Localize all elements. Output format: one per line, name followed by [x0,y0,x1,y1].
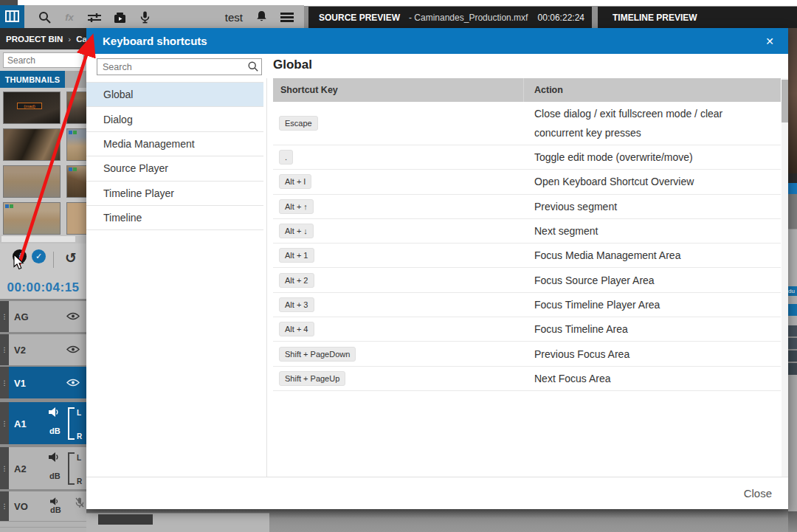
export-media-button[interactable] [107,5,132,30]
table-row[interactable]: Escape Close dialog / exit fullscreen mo… [273,102,781,145]
db-label[interactable]: dB [50,505,61,514]
table-row[interactable]: Shift + PageUp Next Focus Area [273,367,781,391]
bin-horizontal-scrollbar[interactable] [0,235,86,243]
table-row[interactable]: Shift + PageDown Previous Focus Area [273,342,781,366]
track-header-vo[interactable]: ⋮ VO dB [0,491,86,521]
close-button[interactable]: Close [744,487,772,500]
track-header-v1[interactable]: ⋮ V1 [0,367,86,398]
source-preview-bar: SOURCE PREVIEW - Caminandes_Production.m… [308,7,592,28]
thumbnail-item[interactable] [66,165,86,198]
table-row[interactable]: Alt + I Open Keyboard Shortcut Overview [273,170,781,194]
track-header-a2[interactable]: ⋮ A2 dB L R [0,447,86,489]
table-row[interactable]: . Toggle edit mode (overwrite/move) [273,145,781,170]
nav-item-timeline[interactable]: Timeline [86,206,263,230]
mic-muted-icon[interactable] [75,497,84,511]
table-row[interactable]: Alt + 3 Focus Timeline Player Area [273,293,781,317]
thumbnail-item[interactable] [66,91,86,124]
track-drag-handle[interactable]: ⋮ [0,301,9,332]
thumbnail-item[interactable] [66,128,86,161]
search-button[interactable] [32,5,57,30]
content-divider [266,78,267,477]
table-row[interactable]: Alt + 2 Focus Source Player Area [273,268,781,292]
right-edge-underlying-ui: du [788,28,797,532]
eye-icon[interactable] [66,376,80,390]
info-button[interactable]: i [13,249,27,263]
panel-layout-button[interactable] [0,5,24,30]
track-drag-handle[interactable]: ⋮ [0,447,9,489]
shortcut-table: Shortcut Key Action Escape Close dialog … [273,78,781,391]
track-header-v2[interactable]: ⋮ V2 [0,334,86,365]
track-label: V2 [14,345,26,356]
shortcut-action: Focus Timeline Player Area [524,293,781,317]
track-header-a1[interactable]: ⋮ A1 dB L R [0,402,86,444]
track-label: A1 [14,418,27,429]
nav-item-timeline-player[interactable]: Timeline Player [86,182,263,206]
table-header-row: Shortcut Key Action [273,78,781,102]
thumbnail-grid: (mad) [0,88,86,235]
eye-icon[interactable] [66,310,80,323]
source-preview-filename: - Caminandes_Production.mxf [409,13,528,23]
player-timecode-row: 00:00:04:15 [0,276,86,300]
settings-sliders-button[interactable] [82,5,107,30]
track-drag-handle[interactable]: ⋮ [0,402,9,444]
shortcut-key-badge: Alt + 2 [279,273,314,288]
dialog-close-button[interactable]: ✕ [762,33,778,49]
approve-button[interactable]: ✓ [32,249,46,263]
table-row[interactable]: Alt + ↓ Next segment [273,219,781,243]
shortcut-action: Previous Focus Area [524,342,781,366]
nav-item-media-management[interactable]: Media Management [86,132,263,156]
microphone-icon [140,11,150,24]
speaker-icon[interactable] [49,452,60,465]
undo-icon: ↺ [65,249,77,266]
nav-item-source-player[interactable]: Source Player [86,156,263,181]
undo-button[interactable]: ↺ [65,249,77,266]
shortcut-search-input[interactable] [97,58,262,75]
record-voiceover-button[interactable] [132,5,157,30]
channel-bracket [68,407,75,440]
thumbnail-item[interactable] [3,202,61,235]
table-row[interactable]: Alt + ↑ Previous segment [273,195,781,219]
notifications-button[interactable] [256,10,267,25]
audio-waveform-block [788,350,797,362]
timeline-clip[interactable]: du [788,286,797,296]
shortcut-action: Toggle edit mode (overwrite/move) [524,145,781,169]
track-drag-handle[interactable]: ⋮ [0,334,9,365]
table-row[interactable]: Alt + 1 Focus Media Management Area [273,243,781,268]
db-label[interactable]: dB [49,471,61,480]
dialog-footer: Close [86,477,788,509]
shortcut-key-badge: Alt + ↑ [279,199,314,214]
track-drag-handle[interactable]: ⋮ [0,367,9,398]
eye-icon[interactable] [66,343,80,356]
tab-strip-rest [65,71,86,88]
main-menu-button[interactable] [280,10,294,24]
breadcrumb-current: Ca [76,35,86,44]
table-row[interactable]: Alt + 4 Focus Timeline Area [273,317,781,342]
effects-button[interactable]: fx [57,5,82,30]
source-preview-timecode: 00:06:22:24 [538,13,584,23]
audio-waveform-block [788,338,797,349]
breadcrumb[interactable]: PROJECT BIN › Ca [0,28,86,49]
shortcut-action: Next Focus Area [524,367,781,390]
thumbnail-item[interactable]: (mad) [3,91,61,124]
bin-search-input[interactable] [3,52,84,68]
speaker-icon[interactable] [49,407,60,420]
table-scrollbar-thumb[interactable] [782,80,788,122]
tab-thumbnails[interactable]: THUMBNAILS [0,71,65,88]
thumbnail-item[interactable] [3,128,61,161]
nav-item-dialog[interactable]: Dialog [86,107,263,131]
channel-bracket [68,452,75,485]
track-drag-handle[interactable]: ⋮ [0,491,9,521]
breadcrumb-root[interactable]: PROJECT BIN [6,35,63,44]
check-icon: ✓ [35,252,42,261]
table-scrollbar-track[interactable] [782,78,788,477]
thumbnail-item[interactable] [66,202,86,235]
db-label[interactable]: dB [49,426,61,435]
timeline-horizontal-scrollbar[interactable] [98,514,153,525]
shortcut-key-badge: Alt + 4 [279,322,314,336]
nav-item-global[interactable]: Global [86,83,263,107]
audio-waveform-block [788,325,797,336]
info-icon: i [18,252,21,262]
thumbnail-item[interactable] [3,165,61,198]
shortcut-action: Open Keyboard Shortcut Overview [524,170,781,193]
track-header-ag[interactable]: ⋮ AG [0,301,86,332]
